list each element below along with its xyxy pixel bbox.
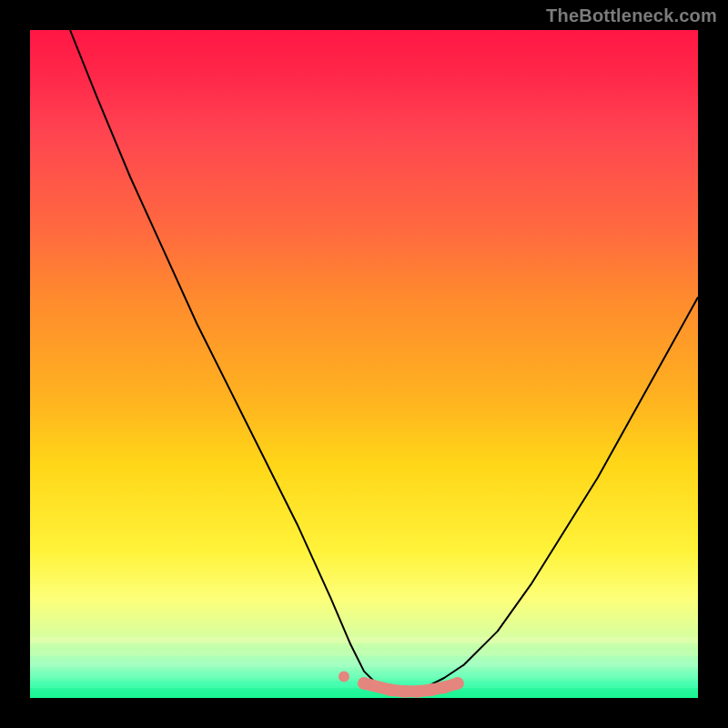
- bottleneck-curve: [70, 30, 698, 692]
- chart-frame: TheBottleneck.com: [0, 0, 728, 728]
- flat-bottom-lead-dot: [339, 672, 349, 682]
- flat-bottom-dot: [384, 683, 397, 696]
- flat-bottom-dot: [358, 677, 370, 690]
- flat-bottom-dot: [451, 677, 464, 690]
- flat-bottom-dot: [411, 685, 424, 698]
- flat-bottom-dot: [438, 681, 450, 693]
- flat-bottom-dot: [398, 685, 410, 698]
- curve-layer: [30, 30, 698, 698]
- plot-area: [30, 30, 698, 698]
- flat-bottom-dot: [424, 683, 437, 696]
- watermark-text: TheBottleneck.com: [546, 5, 717, 26]
